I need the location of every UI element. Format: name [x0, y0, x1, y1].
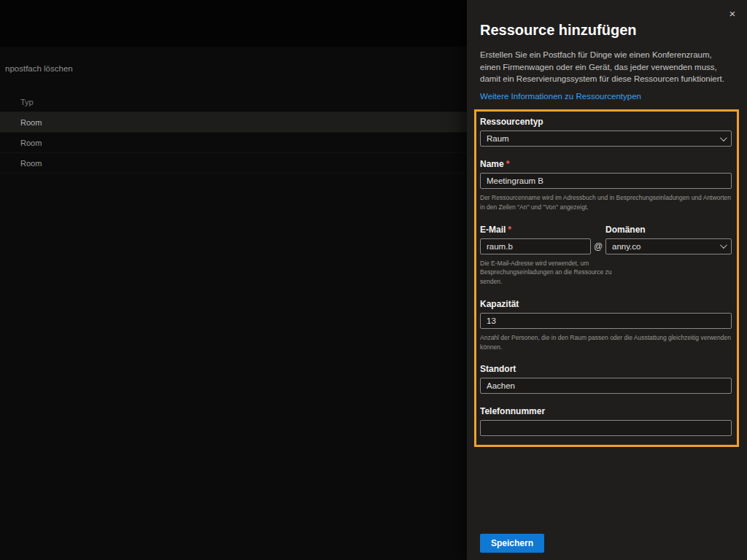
capacity-input[interactable] — [480, 313, 732, 329]
email-help-text: Die E-Mail-Adresse wird verwendet, um Be… — [480, 259, 615, 287]
capacity-label: Kapazität — [480, 299, 732, 309]
screen: npostfach löschen Typ Room Room Room × R… — [0, 0, 747, 560]
location-input[interactable] — [480, 378, 732, 394]
column-header-typ[interactable]: Typ — [0, 92, 467, 112]
capacity-group: Kapazität Anzahl der Personen, die in de… — [480, 299, 732, 352]
location-label: Standort — [480, 364, 732, 374]
name-help-text: Der Ressourcenname wird im Adressbuch un… — [480, 193, 732, 212]
chevron-down-icon — [720, 241, 727, 249]
chevron-down-icon — [720, 134, 727, 141]
save-button[interactable]: Speichern — [480, 534, 544, 553]
email-label: E-Mail* — [480, 225, 605, 235]
panel-description: Erstellen Sie ein Postfach für Dinge wie… — [480, 49, 732, 85]
resource-type-value: Raum — [487, 134, 509, 143]
table-row[interactable]: Room — [0, 112, 467, 133]
domain-dropdown[interactable]: anny.co — [605, 238, 732, 254]
domain-value: anny.co — [612, 242, 640, 251]
resource-types-info-link[interactable]: Weitere Informationen zu Ressourcentypen — [480, 92, 732, 101]
background-page: npostfach löschen Typ Room Room Room — [0, 0, 467, 560]
name-label: Name* — [480, 159, 732, 169]
domain-label: Domänen — [605, 225, 646, 235]
delete-resource-mailbox-action[interactable]: npostfach löschen — [5, 64, 73, 73]
resource-type-label: Ressourcentyp — [480, 117, 732, 127]
resource-type-group: Ressourcentyp Raum — [480, 117, 732, 147]
at-sign: @ — [591, 241, 605, 252]
table-row[interactable]: Room — [0, 133, 467, 153]
table-row[interactable]: Room — [0, 153, 467, 174]
name-group: Name* Der Ressourcenname wird im Adressb… — [480, 159, 732, 212]
email-group: E-Mail* Domänen @ anny.co Die E-Mail-Adr… — [480, 225, 732, 287]
phone-input[interactable] — [480, 420, 732, 436]
required-asterisk: * — [506, 159, 510, 169]
phone-label: Telefonnummer — [480, 406, 732, 416]
name-input[interactable] — [480, 173, 732, 189]
add-resource-panel: × Ressource hinzufügen Erstellen Sie ein… — [467, 0, 747, 560]
background-topbar — [0, 0, 467, 47]
phone-group: Telefonnummer — [480, 406, 732, 436]
email-input[interactable] — [480, 238, 591, 254]
location-group: Standort — [480, 364, 732, 394]
capacity-help-text: Anzahl der Personen, die in den Raum pas… — [480, 333, 732, 352]
resource-table: Typ Room Room Room — [0, 92, 467, 174]
close-icon[interactable]: × — [724, 6, 740, 22]
required-asterisk: * — [508, 225, 511, 235]
panel-title: Ressource hinzufügen — [480, 22, 732, 39]
form-highlight-annotation: Ressourcentyp Raum Name* — [474, 109, 739, 447]
resource-type-dropdown[interactable]: Raum — [480, 131, 732, 147]
